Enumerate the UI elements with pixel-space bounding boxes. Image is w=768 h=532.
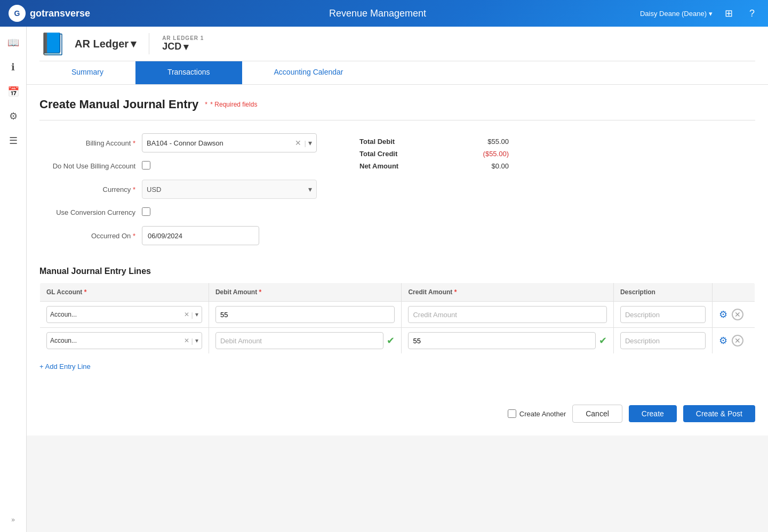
row1-remove-icon[interactable]: ✕ — [732, 309, 743, 320]
form-divider — [39, 120, 755, 120]
currency-control: USD ▾ — [142, 180, 317, 199]
col-actions — [713, 283, 755, 302]
jcd-dropdown[interactable]: JCD ▾ — [162, 41, 204, 53]
tab-transactions[interactable]: Transactions — [135, 61, 242, 84]
row2-settings-icon[interactable]: ⚙ — [719, 335, 727, 346]
occurred-on-field: Occurred On * — [39, 226, 317, 245]
row1-gl-account-cell: Accoun... ✕ | ▾ — [40, 302, 209, 328]
cancel-button[interactable]: Cancel — [572, 405, 622, 423]
create-and-post-button[interactable]: Create & Post — [683, 405, 755, 422]
row2-gl-account-select[interactable]: Accoun... ✕ | ▾ — [46, 332, 202, 349]
tab-summary[interactable]: Summary — [39, 61, 135, 84]
use-conversion-field: Use Conversion Currency — [39, 207, 317, 217]
tab-accounting-calendar[interactable]: Accounting Calendar — [242, 61, 375, 84]
add-entry-line-button[interactable]: + Add Entry Line — [39, 360, 91, 373]
top-nav-right: Daisy Deane (Deane) ▾ ⊞ ? — [640, 6, 759, 21]
user-menu[interactable]: Daisy Deane (Deane) ▾ — [640, 10, 713, 18]
total-debit-label: Total Debit — [359, 138, 395, 146]
currency-arrow-icon[interactable]: ▾ — [308, 185, 312, 194]
billing-account-arrow-icon[interactable]: ▾ — [308, 139, 312, 147]
row1-gl-clear-icon[interactable]: ✕ — [184, 311, 189, 318]
occurred-on-input[interactable] — [142, 226, 259, 245]
use-conversion-checkbox[interactable] — [142, 207, 150, 216]
sidebar-item-calendar[interactable]: 📅 — [3, 81, 24, 102]
sidebar-item-list[interactable]: ☰ — [3, 130, 24, 151]
form-footer: Create Another Cancel Create Create & Po… — [39, 394, 755, 423]
journal-entry-lines-table: GL Account * Debit Amount * Credit Amoun… — [39, 283, 755, 354]
billing-account-divider: | — [305, 139, 306, 147]
row1-debit-cell — [209, 302, 401, 328]
use-conversion-label: Use Conversion Currency — [39, 208, 135, 216]
row2-debit-cell: Debit Amount ✔ — [209, 328, 401, 354]
row2-gl-arrow-icon[interactable]: ▾ — [195, 337, 198, 344]
create-another-checkbox[interactable] — [508, 409, 516, 418]
jcd-value: JCD — [162, 41, 181, 52]
row2-credit-input[interactable] — [408, 332, 595, 349]
billing-account-value: BA104 - Connor Dawson — [147, 139, 295, 147]
row1-description-placeholder[interactable]: Description — [620, 306, 706, 323]
row1-gl-arrow-icon[interactable]: ▾ — [195, 311, 198, 318]
row2-credit-with-check: ✔ — [408, 332, 606, 349]
sidebar-item-settings[interactable]: ⚙ — [3, 106, 24, 127]
ledger-sub-label: AR LEDGER 1 — [162, 35, 204, 41]
row1-credit-cell: Credit Amount — [402, 302, 613, 328]
do-not-use-checkbox[interactable] — [142, 161, 150, 170]
jcd-caret-icon: ▾ — [183, 41, 188, 53]
row1-settings-icon[interactable]: ⚙ — [719, 309, 727, 320]
tab-bar: Summary Transactions Accounting Calendar — [39, 61, 755, 84]
user-name: Daisy Deane (Deane) — [640, 10, 707, 18]
table-row: Accoun... ✕ | ▾ Debit Amount — [40, 328, 755, 354]
billing-account-clear-icon[interactable]: ✕ — [295, 139, 301, 147]
row1-debit-input[interactable] — [215, 306, 395, 323]
row2-credit-cell: ✔ — [402, 328, 613, 354]
help-icon[interactable]: ? — [745, 6, 759, 21]
row2-gl-clear-icon[interactable]: ✕ — [184, 337, 189, 344]
form-body: Billing Account * BA104 - Connor Dawson … — [39, 133, 755, 254]
billing-account-control: BA104 - Connor Dawson ✕ | ▾ — [142, 133, 317, 152]
form-fields-left: Billing Account * BA104 - Connor Dawson … — [39, 133, 317, 254]
net-amount-label: Net Amount — [359, 162, 398, 170]
ar-ledger-dropdown[interactable]: AR Ledger ▾ — [75, 37, 136, 50]
main-content: 📘 AR Ledger ▾ AR LEDGER 1 JCD ▾ Summa — [27, 27, 768, 532]
total-credit-value: ($55.00) — [483, 150, 509, 158]
ledger-sub: AR LEDGER 1 JCD ▾ — [162, 35, 204, 53]
ledger-row: 📘 AR Ledger ▾ AR LEDGER 1 JCD ▾ — [39, 33, 755, 54]
form-title-text: Create Manual Journal Entry — [39, 98, 198, 111]
row2-debit-with-check: Debit Amount ✔ — [215, 332, 395, 349]
sidebar-expand-button[interactable]: » — [3, 512, 24, 528]
net-amount-row: Net Amount $0.00 — [359, 162, 509, 170]
table-row: Accoun... ✕ | ▾ Credit Amount — [40, 302, 755, 328]
net-amount-value: $0.00 — [491, 162, 509, 170]
create-button[interactable]: Create — [629, 405, 677, 422]
row2-debit-check-icon: ✔ — [387, 335, 395, 346]
sidebar-item-info[interactable]: ℹ — [3, 57, 24, 78]
row2-gl-account-cell: Accoun... ✕ | ▾ — [40, 328, 209, 354]
app-name: gotransverse — [30, 8, 90, 19]
required-fields-label: * * Required fields — [205, 101, 257, 108]
row2-description-placeholder[interactable]: Description — [620, 332, 706, 349]
total-credit-row: Total Credit ($55.00) — [359, 150, 509, 158]
form-content: Create Manual Journal Entry * * Required… — [27, 85, 768, 436]
row2-credit-check-icon: ✔ — [599, 335, 607, 346]
currency-label: Currency * — [39, 186, 135, 194]
occurred-on-control — [142, 226, 317, 245]
lines-section-title: Manual Journal Entry Lines — [39, 267, 755, 276]
currency-value: USD — [147, 186, 308, 194]
page-header: 📘 AR Ledger ▾ AR LEDGER 1 JCD ▾ Summa — [27, 27, 768, 85]
col-credit-amount: Credit Amount * — [402, 283, 613, 302]
row1-gl-account-select[interactable]: Accoun... ✕ | ▾ — [46, 306, 202, 323]
currency-select[interactable]: USD ▾ — [142, 180, 317, 199]
page-title: Revenue Management — [115, 8, 640, 19]
row2-remove-icon[interactable]: ✕ — [732, 335, 743, 346]
app-logo[interactable]: G gotransverse — [9, 5, 115, 22]
total-credit-label: Total Credit — [359, 150, 397, 158]
row1-credit-placeholder[interactable]: Credit Amount — [408, 306, 606, 323]
row2-debit-placeholder[interactable]: Debit Amount — [215, 332, 383, 349]
grid-icon[interactable]: ⊞ — [721, 6, 736, 21]
sidebar-item-book[interactable]: 📖 — [3, 32, 24, 53]
create-another-label[interactable]: Create Another — [508, 409, 566, 418]
ledger-book-icon: 📘 — [39, 33, 66, 54]
row1-description-cell: Description — [613, 302, 712, 328]
billing-account-select[interactable]: BA104 - Connor Dawson ✕ | ▾ — [142, 133, 317, 152]
logo-icon: G — [9, 5, 26, 22]
